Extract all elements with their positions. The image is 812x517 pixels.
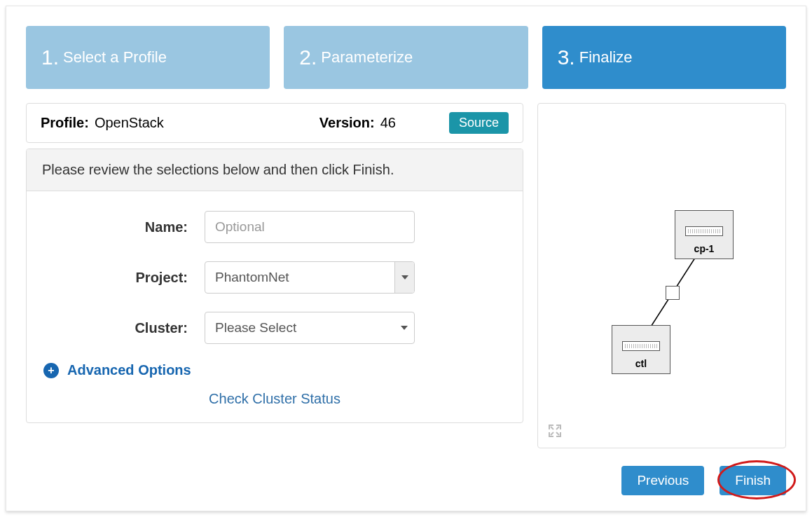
- project-value: PhantomNet: [205, 270, 394, 285]
- profile-value: OpenStack: [95, 115, 164, 131]
- topology-links: [538, 104, 785, 448]
- cluster-label: Cluster:: [43, 320, 205, 336]
- step-label: Parameterize: [321, 48, 413, 67]
- project-label: Project:: [43, 270, 205, 286]
- topology-node-ctl[interactable]: ctl: [612, 325, 670, 374]
- server-icon: [685, 226, 723, 236]
- finish-button[interactable]: Finish: [720, 466, 786, 495]
- cluster-value: Please Select: [205, 320, 394, 336]
- chevron-down-icon: [394, 262, 414, 293]
- profile-label: Profile:: [41, 115, 89, 131]
- topology-panel: cp-1 ctl: [537, 103, 786, 448]
- step-number: 3.: [558, 46, 575, 69]
- project-select[interactable]: PhantomNet: [205, 261, 415, 294]
- name-label: Name:: [43, 219, 205, 235]
- source-button[interactable]: Source: [449, 112, 509, 134]
- version-value: 46: [380, 115, 396, 131]
- server-icon: [622, 341, 660, 351]
- step-1[interactable]: 1. Select a Profile: [26, 26, 270, 89]
- advanced-options-label: Advanced Options: [67, 362, 191, 378]
- finalize-panel: Please review the selections below and t…: [26, 149, 523, 423]
- step-label: Select a Profile: [63, 48, 167, 67]
- chevron-down-icon: [394, 312, 414, 343]
- step-header: 1. Select a Profile 2. Parameterize 3. F…: [26, 26, 786, 89]
- profile-bar: Profile: OpenStack Version: 46 Source: [26, 103, 523, 143]
- name-input[interactable]: [205, 211, 415, 243]
- check-cluster-status-link[interactable]: Check Cluster Status: [43, 391, 506, 407]
- step-label: Finalize: [579, 48, 633, 67]
- version-label: Version:: [319, 115, 375, 131]
- step-3[interactable]: 3. Finalize: [542, 26, 786, 89]
- step-2[interactable]: 2. Parameterize: [284, 26, 528, 89]
- step-number: 2.: [299, 46, 317, 69]
- panel-instruction: Please review the selections below and t…: [27, 149, 523, 191]
- advanced-options-toggle[interactable]: + Advanced Options: [43, 362, 506, 378]
- expand-icon[interactable]: [548, 424, 562, 438]
- step-number: 1.: [41, 46, 59, 69]
- node-label: cp-1: [694, 243, 715, 254]
- wizard-footer: Previous Finish: [621, 466, 786, 495]
- topology-node-cp-1[interactable]: cp-1: [675, 210, 734, 259]
- wizard-page: 1. Select a Profile 2. Parameterize 3. F…: [6, 6, 806, 511]
- topology-junction[interactable]: [666, 286, 680, 300]
- plus-circle-icon: +: [43, 363, 59, 378]
- previous-button[interactable]: Previous: [621, 466, 704, 495]
- cluster-select[interactable]: Please Select: [205, 312, 415, 344]
- node-label: ctl: [635, 358, 647, 369]
